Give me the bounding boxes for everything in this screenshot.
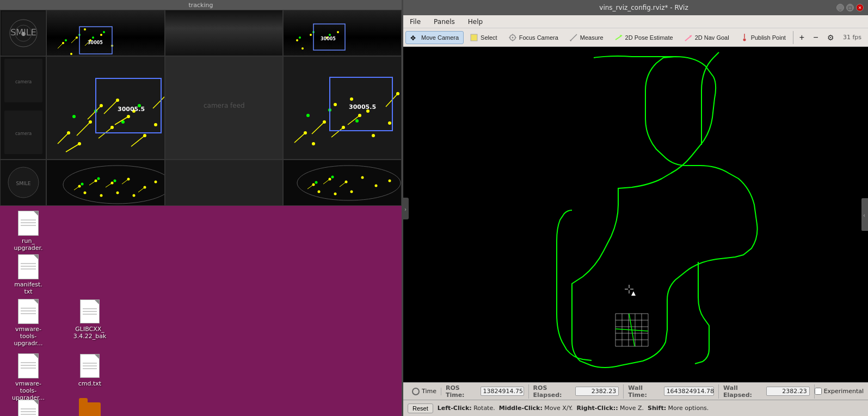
svg-text:30005.5: 30005.5: [349, 103, 376, 111]
file-icon-glibcxx: [79, 298, 101, 325]
svg-point-97: [155, 181, 157, 183]
desktop-icon-vmware3[interactable]: vmware-tools-upgrader...: [7, 399, 50, 416]
camera-view-main-center: camera feed: [165, 56, 284, 160]
grid-visualization: [615, 314, 648, 346]
svg-point-70: [372, 134, 375, 137]
rviz-viewport[interactable]: ›: [403, 47, 868, 382]
publish-point-button[interactable]: Publish Point: [735, 31, 791, 44]
svg-point-116: [375, 185, 378, 187]
fps-display: 31 fps: [843, 34, 866, 41]
svg-point-48: [72, 115, 76, 118]
experimental-checkbox[interactable]: [815, 388, 822, 395]
close-button[interactable]: ✕: [856, 4, 864, 11]
wall-elapsed-section: Wall Elapsed: 2382.23: [719, 384, 815, 399]
svg-rect-65: [284, 57, 401, 159]
svg-rect-127: [471, 34, 477, 41]
left-panel: tracking ● SMILE: [0, 0, 402, 416]
toolbar-minus-button[interactable]: −: [809, 30, 822, 45]
svg-point-22: [310, 34, 312, 36]
rviz-titlebar: vins_rviz_config.rviz* - RViz _ □ ✕: [403, 0, 868, 15]
2d-nav-goal-icon: [684, 33, 693, 42]
focus-camera-button[interactable]: Focus Camera: [503, 31, 563, 44]
cursor-crosshair: [625, 285, 636, 296]
clock-icon: [412, 388, 420, 395]
svg-point-14: [92, 36, 94, 39]
2d-nav-goal-button[interactable]: 2D Nav Goal: [679, 31, 734, 44]
svg-point-73: [350, 97, 353, 101]
toolbar-separator: [793, 31, 793, 44]
desktop-icon-run-upgrader[interactable]: run_upgrader.: [7, 210, 50, 252]
camera-view-bottom-right: [283, 160, 402, 206]
desktop-icon-cmd[interactable]: cmd.txt: [68, 353, 112, 387]
focus-camera-icon: [508, 33, 517, 42]
reset-button[interactable]: Reset: [408, 403, 433, 413]
svg-rect-90: [47, 160, 164, 205]
file-icon-vmware1: [17, 298, 39, 325]
svg-line-134: [570, 34, 577, 41]
time-section: Time: [408, 388, 441, 395]
camera-thumb-img-1: camera camera: [2, 56, 45, 160]
select-icon: [470, 33, 478, 42]
svg-point-98: [84, 192, 87, 194]
rviz-panel: vins_rviz_config.rviz* - RViz _ □ ✕ File…: [403, 0, 868, 416]
wall-elapsed-value: 2382.23: [766, 387, 810, 396]
svg-text:SMILE: SMILE: [16, 181, 30, 186]
2d-pose-estimate-label: 2D Pose Estimate: [625, 34, 673, 41]
tracking-title: tracking: [188, 2, 213, 9]
2d-pose-estimate-button[interactable]: 2D Pose Estimate: [610, 31, 678, 44]
svg-point-121: [315, 181, 318, 184]
svg-point-28: [329, 34, 331, 36]
svg-line-17: [71, 38, 77, 43]
measure-button[interactable]: Measure: [564, 31, 608, 44]
svg-point-79: [355, 119, 359, 123]
svg-point-46: [154, 123, 157, 126]
svg-point-103: [97, 178, 100, 180]
time-label: Time: [422, 388, 436, 395]
menu-panels[interactable]: Panels: [432, 17, 457, 27]
right-edge-handle[interactable]: ‹: [861, 198, 868, 231]
toolbar-settings-button[interactable]: ⚙: [823, 31, 838, 44]
status-bar: Time ROS Time: 13824914.75 ROS Elapsed: …: [403, 382, 868, 400]
svg-point-115: [361, 176, 364, 179]
camera-view-top-left: 30005: [46, 10, 165, 56]
svg-point-71: [312, 142, 315, 145]
svg-point-24: [337, 31, 339, 33]
maximize-button[interactable]: □: [846, 4, 854, 11]
desktop-icon-vmware-folder[interactable]: vmware-tools-...: [68, 399, 112, 416]
feature-overlay-top-right: 30005: [284, 10, 401, 56]
svg-text:30005: 30005: [321, 36, 336, 41]
desktop-icon-vmware2[interactable]: vmware-tools-upgrader...: [7, 353, 50, 401]
select-label: Select: [481, 34, 497, 41]
desktop-icon-manifest[interactable]: manifest.txt: [7, 254, 50, 295]
menu-help[interactable]: Help: [466, 17, 485, 27]
svg-point-100: [116, 192, 119, 194]
svg-marker-162: [631, 291, 636, 296]
desktop-icon-label-manifest: manifest.txt: [14, 281, 42, 295]
ros-time-label: ROS Time:: [446, 384, 478, 399]
toolbar-plus-button[interactable]: +: [796, 30, 808, 45]
camera-view-bottom-left: [46, 160, 165, 206]
action-bar: Reset Left-Click: Rotate. Middle-Click: …: [403, 400, 868, 416]
publish-point-label: Publish Point: [751, 34, 786, 41]
desktop-icon-glibcxx[interactable]: GLIBCXX_3.4.22_bak: [68, 298, 112, 340]
minimize-button[interactable]: _: [836, 4, 844, 11]
desktop-icons: run_upgrader. manifest.txt vmware-tools-…: [0, 206, 402, 416]
svg-point-21: [296, 39, 298, 41]
camera-thumb-side-1: camera camera: [0, 56, 46, 160]
move-camera-button[interactable]: ✥ Move Camera: [405, 31, 464, 44]
focus-camera-label: Focus Camera: [519, 34, 558, 41]
camera-thumb-side-bottom: SMILE: [0, 160, 46, 206]
ros-time-section: ROS Time: 13824914.75: [441, 384, 529, 399]
menu-file[interactable]: File: [408, 17, 423, 27]
wall-elapsed-label: Wall Elapsed:: [723, 384, 764, 399]
svg-point-10: [70, 53, 72, 55]
camera-thumb-0: ● SMILE: [0, 10, 46, 56]
tracking-titlebar: tracking: [0, 0, 402, 10]
wall-time-label: Wall Time:: [628, 384, 661, 399]
file-icon-vmware3: [17, 399, 39, 416]
2d-nav-goal-label: 2D Nav Goal: [695, 34, 729, 41]
desktop-icon-vmware1[interactable]: vmware-tools-upgradr...: [7, 298, 50, 347]
select-button[interactable]: Select: [465, 31, 502, 44]
feature-overlay-top-left: 30005: [47, 10, 164, 56]
svg-point-72: [334, 103, 337, 106]
